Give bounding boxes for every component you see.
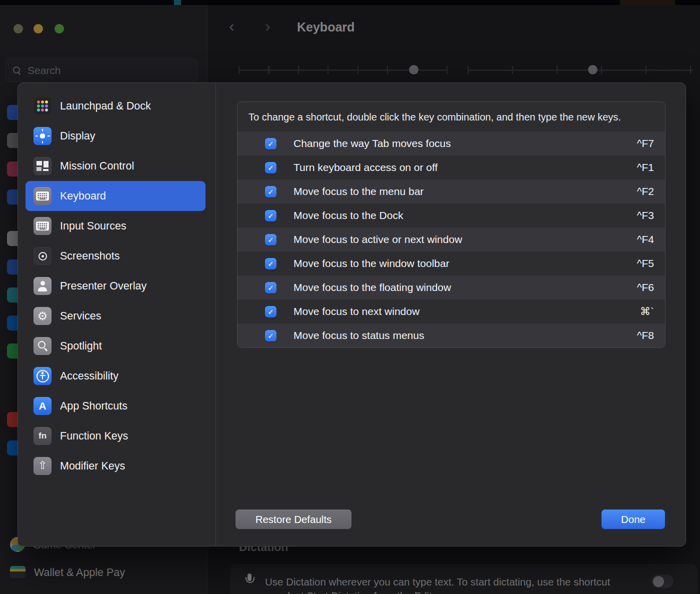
- category-label: Screenshots: [60, 250, 120, 262]
- category-label: Launchpad & Dock: [60, 100, 151, 112]
- shortcut-label: Move focus to next window: [294, 306, 420, 318]
- display-icon: [34, 127, 52, 145]
- category-label: Display: [60, 130, 96, 142]
- checkmark-icon: ✓: [268, 212, 274, 220]
- function-keys-icon: [34, 427, 52, 445]
- services-icon: [34, 307, 52, 325]
- shortcut-checkbox[interactable]: ✓: [265, 306, 276, 318]
- shortcut-checkbox[interactable]: ✓: [265, 330, 276, 342]
- shortcuts-content: To change a shortcut, double click the k…: [216, 83, 686, 546]
- shortcut-row[interactable]: ✓ Move focus to next window ⌘`: [238, 300, 665, 324]
- app-shortcuts-icon: [34, 397, 52, 415]
- shortcut-keys[interactable]: ^F5: [637, 258, 654, 270]
- shortcuts-table: To change a shortcut, double click the k…: [237, 102, 666, 348]
- shortcut-keys[interactable]: ^F4: [637, 234, 654, 246]
- shortcut-keys[interactable]: ^F2: [637, 186, 654, 198]
- shortcut-row[interactable]: ✓ Move focus to status menus ^F8: [238, 324, 665, 348]
- shortcuts-category-item[interactable]: Launchpad & Dock: [26, 91, 206, 121]
- shortcuts-category-item[interactable]: App Shortcuts: [26, 391, 206, 421]
- shortcut-label: Turn keyboard access on or off: [294, 162, 438, 174]
- category-label: Presenter Overlay: [60, 280, 146, 292]
- shortcut-checkbox[interactable]: ✓: [265, 234, 276, 246]
- shortcut-row[interactable]: ✓ Move focus to the Dock ^F3: [238, 204, 665, 228]
- shortcut-checkbox[interactable]: ✓: [265, 186, 276, 198]
- accessibility-icon: [34, 367, 52, 385]
- done-button[interactable]: Done: [602, 510, 665, 529]
- category-label: Spotlight: [60, 340, 102, 352]
- checkmark-icon: ✓: [268, 188, 274, 196]
- screenshots-icon: [34, 247, 52, 265]
- shortcut-row[interactable]: ✓ Move focus to the window toolbar ^F5: [238, 252, 665, 276]
- restore-defaults-button[interactable]: Restore Defaults: [236, 510, 352, 529]
- launchpad-icon: [34, 97, 52, 115]
- shortcut-keys[interactable]: ^F6: [637, 282, 654, 294]
- shortcuts-category-item[interactable]: Keyboard: [26, 181, 206, 211]
- input-sources-icon: [34, 217, 52, 235]
- category-label: Services: [60, 310, 101, 322]
- checkmark-icon: ✓: [268, 236, 274, 244]
- shortcut-row[interactable]: ✓ Move focus to the menu bar ^F2: [238, 180, 665, 204]
- shortcut-label: Move focus to the menu bar: [294, 186, 424, 198]
- category-label: Mission Control: [60, 160, 134, 172]
- shortcuts-category-item[interactable]: Function Keys: [26, 421, 206, 451]
- modifier-keys-icon: [34, 457, 52, 475]
- checkmark-icon: ✓: [268, 308, 274, 316]
- checkmark-icon: ✓: [268, 332, 274, 340]
- spotlight-icon: [34, 337, 52, 355]
- shortcuts-category-sidebar: Launchpad & Dock Display Mission Control…: [18, 83, 216, 546]
- checkmark-icon: ✓: [268, 140, 274, 148]
- category-label: Input Sources: [60, 220, 126, 232]
- shortcuts-category-item[interactable]: Spotlight: [26, 331, 206, 361]
- shortcut-checkbox[interactable]: ✓: [265, 210, 276, 222]
- category-label: Function Keys: [60, 430, 128, 442]
- shortcut-checkbox[interactable]: ✓: [265, 258, 276, 270]
- keyboard-shortcuts-dialog: Launchpad & Dock Display Mission Control…: [18, 82, 686, 546]
- shortcuts-category-item[interactable]: Services: [26, 301, 206, 331]
- shortcut-label: Move focus to active or next window: [294, 234, 462, 246]
- shortcut-keys[interactable]: ^F3: [637, 210, 654, 222]
- category-label: Keyboard: [60, 190, 106, 202]
- shortcut-label: Move focus to the Dock: [294, 210, 403, 222]
- shortcut-checkbox[interactable]: ✓: [265, 282, 276, 294]
- checkmark-icon: ✓: [268, 260, 274, 268]
- shortcuts-category-item[interactable]: Screenshots: [26, 241, 206, 271]
- shortcut-checkbox[interactable]: ✓: [265, 162, 276, 174]
- screen: ‹ › Keyboard Search Game Center Wallet &…: [0, 0, 700, 594]
- shortcuts-category-item[interactable]: Accessibility: [26, 361, 206, 391]
- shortcuts-category-item[interactable]: Modifier Keys: [26, 451, 206, 481]
- checkmark-icon: ✓: [268, 164, 274, 172]
- shortcuts-category-item[interactable]: Input Sources: [26, 211, 206, 241]
- shortcuts-category-item[interactable]: Mission Control: [26, 151, 206, 181]
- shortcuts-category-item[interactable]: Display: [26, 121, 206, 151]
- shortcut-rows: ✓ Change the way Tab moves focus ^F7 ✓ T…: [238, 132, 665, 348]
- shortcut-keys[interactable]: ⌘`: [640, 306, 654, 318]
- presenter-icon: [34, 277, 52, 295]
- shortcut-label: Move focus to the window toolbar: [294, 258, 450, 270]
- shortcut-keys[interactable]: ^F7: [637, 138, 654, 150]
- mission-control-icon: [34, 157, 52, 175]
- shortcuts-category-item[interactable]: Presenter Overlay: [26, 271, 206, 301]
- category-label: Accessibility: [60, 370, 118, 382]
- shortcut-row[interactable]: ✓ Turn keyboard access on or off ^F1: [238, 156, 665, 180]
- shortcut-checkbox[interactable]: ✓: [265, 138, 276, 150]
- instruction-text: To change a shortcut, double click the k…: [238, 102, 665, 132]
- shortcut-row[interactable]: ✓ Change the way Tab moves focus ^F7: [238, 132, 665, 156]
- shortcut-row[interactable]: ✓ Move focus to active or next window ^F…: [238, 228, 665, 252]
- shortcut-keys[interactable]: ^F1: [637, 162, 654, 174]
- category-label: App Shortcuts: [60, 400, 128, 412]
- shortcut-label: Move focus to status menus: [294, 330, 424, 342]
- category-label: Modifier Keys: [60, 460, 125, 472]
- shortcut-keys[interactable]: ^F8: [637, 330, 654, 342]
- keyboard-icon: [34, 187, 52, 205]
- shortcut-label: Change the way Tab moves focus: [294, 138, 451, 150]
- shortcut-label: Move focus to the floating window: [294, 282, 451, 294]
- checkmark-icon: ✓: [268, 284, 274, 292]
- shortcut-row[interactable]: ✓ Move focus to the floating window ^F6: [238, 276, 665, 300]
